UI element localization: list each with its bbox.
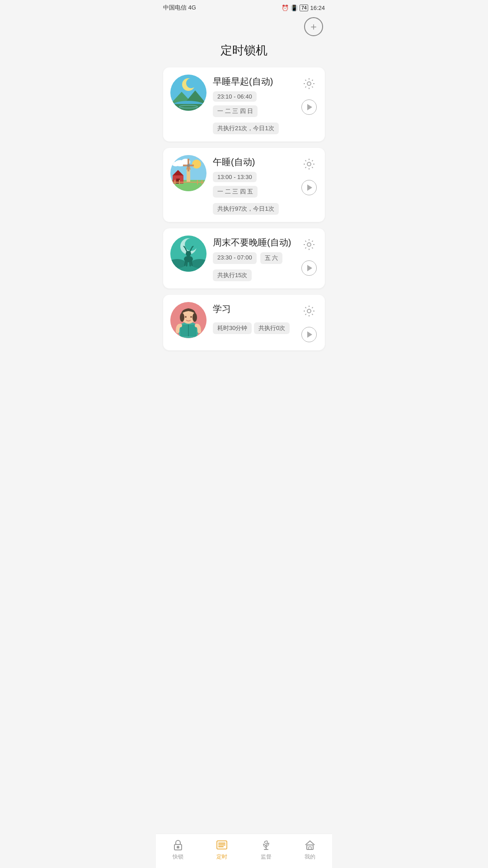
card-early-sleep-actions [300,75,318,116]
svg-point-2 [186,78,196,88]
card-early-sleep-tags: 23:10 - 06:40 一 二 三 四 日 [213,91,294,117]
days-tag-weekend: 五 六 [260,252,283,264]
days-tag-nap: 一 二 三 四 五 [213,186,258,198]
svg-line-42 [191,261,192,265]
card-weekend-tags: 23:30 - 07:00 五 六 [213,252,294,264]
card-nap: 午睡(自动) 13:00 - 13:30 一 二 三 四 五 共执行97次，今日… [163,148,325,222]
status-right: ⏰ 📳 74 16:24 [282,5,325,11]
avatar-weekend [170,236,206,272]
page-title: 定时锁机 [156,38,332,67]
avatar-early-sleep [170,75,206,111]
svg-line-40 [187,261,187,266]
add-button[interactable]: ＋ [304,17,323,36]
stat-tag-nap: 共执行97次，今日1次 [213,203,279,215]
play-circle-study [301,327,317,342]
duration-tag-study: 耗时30分钟 [213,322,252,334]
play-triangle-icon-study [307,331,312,338]
plant-icon [260,839,272,851]
reading-illustration [170,302,206,338]
nav-label-mine: 我的 [305,853,315,861]
header: ＋ [156,14,332,38]
status-bar: 中国电信 4G ⏰ 📳 74 16:24 [156,0,332,14]
play-button-nap[interactable] [300,179,318,196]
moon-lake-illustration [170,75,206,111]
vibrate-icon: 📳 [291,5,298,11]
nav-item-quicklock[interactable]: 快锁 [172,839,184,861]
svg-line-39 [185,261,186,265]
play-triangle-icon [307,104,312,110]
time-range-tag: 23:10 - 06:40 [213,91,257,102]
timer-list-icon [216,839,228,851]
card-study-title: 学习 [213,303,294,315]
svg-point-8 [307,82,311,85]
card-early-sleep-title: 早睡早起(自动) [213,75,294,88]
card-study-content: 学习 耗时30分钟 共执行0次 [213,302,294,334]
card-nap-actions [300,155,318,196]
stat-tag: 共执行21次，今日1次 [213,123,279,134]
card-weekend-actions [300,236,318,277]
play-button-study[interactable] [300,326,318,343]
avatar-nap [170,155,206,191]
card-early-sleep-content: 早睡早起(自动) 23:10 - 06:40 一 二 三 四 日 共执行21次，… [213,75,294,134]
svg-point-50 [307,243,311,246]
play-circle [301,99,317,115]
svg-rect-49 [187,255,190,260]
card-nap-tags: 13:00 - 13:30 一 二 三 四 五 [213,172,294,198]
svg-point-10 [192,160,201,169]
stat-tag-study: 共执行0次 [254,322,290,334]
settings-button-nap[interactable] [302,157,316,173]
settings-button-early-sleep[interactable] [302,76,316,92]
svg-point-13 [172,162,179,166]
card-nap-content: 午睡(自动) 13:00 - 13:30 一 二 三 四 五 共执行97次，今日… [213,155,294,215]
card-early-sleep: 早睡早起(自动) 23:10 - 06:40 一 二 三 四 日 共执行21次，… [163,67,325,142]
home-person-icon [304,839,316,851]
nav-label-quicklock: 快锁 [173,853,183,861]
days-tag: 一 二 三 四 日 [213,105,258,117]
settings-button-study[interactable] [302,304,316,320]
plus-icon: ＋ [309,20,319,33]
deer-illustration [170,236,206,272]
play-triangle-icon-nap [307,184,312,191]
farm-illustration [170,155,206,191]
nav-label-monitor: 监督 [261,853,272,861]
stat-tag-weekend: 共执行15次 [213,269,252,281]
svg-point-63 [177,846,179,848]
svg-point-58 [192,313,197,322]
nav-item-monitor[interactable]: 监督 [260,839,272,861]
avatar-study [170,302,206,338]
card-study: 学习 耗时30分钟 共执行0次 [163,295,325,350]
svg-point-21 [187,164,190,167]
svg-point-30 [307,162,311,166]
svg-rect-69 [307,845,313,849]
play-button-weekend[interactable] [300,259,318,277]
svg-point-59 [185,316,187,318]
svg-point-57 [180,313,184,322]
nav-item-mine[interactable]: 我的 [304,839,316,861]
gear-icon [303,77,315,90]
svg-point-60 [190,316,192,318]
gear-icon-nap [303,158,315,170]
play-button-early-sleep[interactable] [300,99,318,116]
battery-indicator: 74 [300,5,308,11]
svg-point-61 [307,309,311,313]
play-circle-weekend [301,260,317,276]
time-range-tag-weekend: 23:30 - 07:00 [213,252,257,264]
time-range-tag-nap: 13:00 - 13:30 [213,172,257,182]
card-study-actions [300,302,318,343]
play-triangle-icon-weekend [307,265,312,271]
lock-icon [172,839,184,851]
alarm-icon: ⏰ [282,5,289,11]
card-weekend-title: 周末不要晚睡(自动) [213,236,294,249]
nav-item-timer[interactable]: 定时 [216,839,228,861]
time-display: 16:24 [310,5,325,11]
gear-icon-weekend [303,238,315,251]
settings-button-weekend[interactable] [302,237,316,253]
card-weekend-content: 周末不要晚睡(自动) 23:30 - 07:00 五 六 共执行15次 [213,236,294,281]
play-circle-nap [301,180,317,195]
svg-line-41 [190,261,190,266]
card-nap-title: 午睡(自动) [213,156,294,168]
gear-icon-study [303,305,315,317]
carrier-signal: 中国电信 4G [163,4,196,12]
nav-label-timer: 定时 [216,853,227,861]
bottom-nav: 快锁 定时 监督 我的 [156,834,332,868]
